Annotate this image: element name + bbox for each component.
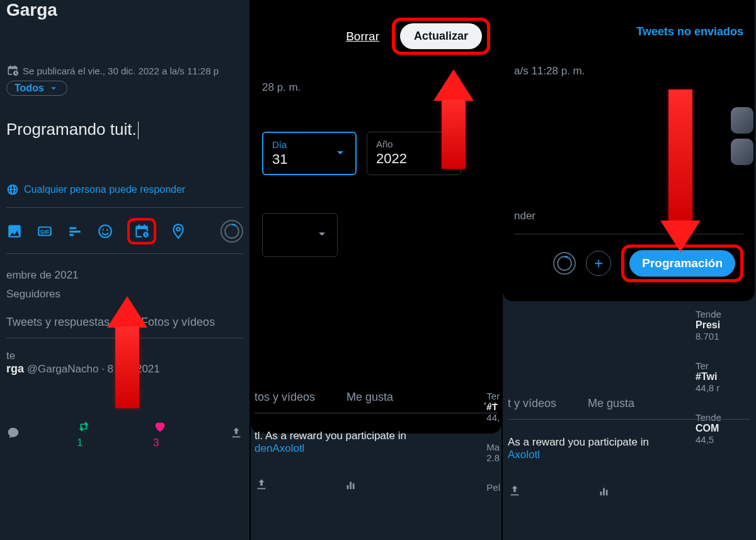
- svg-point-5: [225, 224, 239, 238]
- profile-underlay: embre de 2021 Seguidores Tweets y respue…: [6, 254, 243, 449]
- svg-point-2: [99, 225, 112, 238]
- chevron-down-icon: [333, 145, 348, 163]
- poll-icon[interactable]: [67, 223, 83, 239]
- svg-point-6: [558, 256, 571, 270]
- tweet-textarea[interactable]: Programando tuit.: [6, 120, 243, 139]
- avatar-stack: [731, 107, 753, 165]
- schedule-icon[interactable]: [134, 223, 150, 239]
- schedule-button[interactable]: Programación: [629, 250, 735, 277]
- compose-toolbar: GIF: [6, 208, 243, 254]
- tweet-body-frag: As a reward you participate in: [508, 436, 649, 448]
- chevron-down-icon: [314, 226, 329, 244]
- username-heading: Garga: [6, 0, 243, 26]
- location-icon[interactable]: [170, 223, 186, 239]
- share-action[interactable]: [229, 426, 243, 443]
- reply-label: Cualquier persona puede responder: [24, 184, 185, 195]
- time-fragment-3: a/s 11:28 p. m.: [514, 65, 743, 78]
- panel-compose-scheduled: Tweets no enviados a/s 11:28 p. m. nder …: [503, 0, 755, 540]
- share-icon[interactable]: [508, 484, 522, 501]
- trend-sliver: Ter #T 44, Ma 2.8 Pel: [486, 391, 500, 493]
- trend-item[interactable]: Tende Presi 8.701: [696, 309, 752, 342]
- svg-point-4: [106, 229, 108, 231]
- media-icon[interactable]: [6, 223, 23, 239]
- analytics-icon[interactable]: [597, 484, 611, 501]
- schedule-modal: Borrar Actualizar 28 p. m. Día 31 Año 20…: [251, 0, 501, 434]
- year-select[interactable]: Año 2022: [367, 132, 461, 175]
- tweet-link-frag[interactable]: Axolotl: [508, 449, 540, 461]
- highlight-programacion: Programación: [621, 244, 743, 282]
- tab-media-frag[interactable]: tos y vídeos: [255, 391, 315, 404]
- highlight-actualizar: Actualizar: [392, 18, 490, 55]
- reply-frag: nder: [514, 210, 743, 234]
- like-action[interactable]: 3: [153, 420, 173, 449]
- unsent-tweets-link[interactable]: Tweets no enviados: [636, 25, 743, 38]
- tab-likes[interactable]: Me gusta: [346, 391, 393, 404]
- add-thread-button[interactable]: +: [586, 251, 611, 276]
- panel-scheduler: Borrar Actualizar 28 p. m. Día 31 Año 20…: [251, 0, 503, 540]
- compose-modal-3: Tweets no enviados a/s 11:28 p. m. nder …: [503, 0, 755, 301]
- delete-link[interactable]: Borrar: [346, 30, 379, 43]
- retweet-action[interactable]: 1: [77, 420, 96, 449]
- tweet-text-content: Programando tuit.: [6, 120, 137, 139]
- tweet-body-frag: tl. As a reward you participate in: [255, 430, 406, 442]
- panel3-underlay: t y vídeos Me gusta As a reward you part…: [503, 391, 755, 501]
- retweet-label: te: [6, 350, 243, 362]
- audience-selector[interactable]: Todos: [6, 81, 67, 96]
- chevron-down-icon: [438, 145, 453, 163]
- audience-label: Todos: [14, 83, 44, 94]
- extra-select[interactable]: [262, 213, 338, 257]
- highlight-schedule-icon: [127, 218, 156, 244]
- text-cursor: [138, 122, 139, 139]
- tweet-link-frag[interactable]: denAxolotl: [255, 442, 304, 454]
- svg-point-3: [102, 229, 104, 231]
- panel2-underlay: tos y vídeos Me gusta ⋯ tl. As a reward …: [251, 378, 501, 540]
- reply-settings[interactable]: Cualquier persona puede responder: [6, 183, 243, 208]
- share-icon[interactable]: [255, 478, 268, 495]
- tab-likes[interactable]: Me gusta: [588, 397, 634, 410]
- joined-text: embre de 2021: [6, 269, 243, 282]
- analytics-icon[interactable]: [344, 478, 358, 495]
- tab-tweets-replies[interactable]: Tweets y respuestas: [6, 316, 110, 329]
- calendar-clock-icon: [6, 64, 19, 77]
- emoji-icon[interactable]: [97, 223, 113, 239]
- tab-media-frag[interactable]: t y vídeos: [508, 397, 556, 410]
- tweet-handle[interactable]: @GargaNacho: [27, 363, 99, 375]
- tab-media[interactable]: Fotos y vídeos: [141, 316, 215, 329]
- avatar: [731, 107, 753, 134]
- day-select[interactable]: Día 31: [262, 132, 357, 175]
- chevron-down-icon: [48, 83, 59, 94]
- schedule-text: Se publicará el vie., 30 dic. 2022 a la/…: [23, 66, 219, 76]
- progress-circle: [220, 220, 243, 243]
- progress-circle: [553, 252, 576, 275]
- tweet-author[interactable]: rga: [6, 362, 24, 375]
- followers-text: Seguidores: [6, 288, 243, 301]
- tweet-date: 8 dic. 2021: [108, 363, 160, 375]
- panel-compose: Garga Se publicará el vie., 30 dic. 2022…: [0, 0, 251, 540]
- gif-icon[interactable]: GIF: [37, 223, 53, 239]
- svg-text:GIF: GIF: [40, 229, 49, 235]
- schedule-info[interactable]: Se publicará el vie., 30 dic. 2022 a la/…: [6, 64, 243, 77]
- reply-action[interactable]: [6, 426, 20, 443]
- trend-item[interactable]: Ter #Twi 44,8 r: [696, 360, 752, 393]
- update-button[interactable]: Actualizar: [400, 23, 482, 49]
- globe-icon: [6, 183, 19, 196]
- avatar: [731, 139, 753, 165]
- time-fragment: 28 p. m.: [262, 81, 490, 94]
